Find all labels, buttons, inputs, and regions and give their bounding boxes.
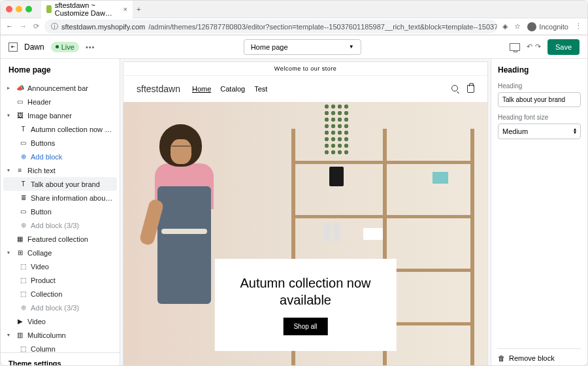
lines-icon: ≣ [19,193,27,202]
trash-icon: 🗑 [498,354,505,362]
sidebar-item-label: Share information about your b… [31,194,113,202]
close-window-icon[interactable] [6,6,12,12]
redo-button[interactable]: ↷ [535,42,541,51]
profile-button[interactable]: Incognito [527,22,568,31]
url-domain: sftestdawn.myshopify.com [61,23,145,31]
sidebar-item-label: Featured collection [27,235,88,243]
sidebar-item-9[interactable]: ▭Button [3,205,117,218]
sidebar-item-13[interactable]: ⬚Video [3,259,117,273]
select-stepper-icon: ▴▾ [574,128,576,135]
minimize-window-icon[interactable] [16,6,22,12]
frame-icon: ⬚ [19,262,27,271]
sidebar-item-5[interactable]: ⊕Add block [3,150,117,163]
sidebar-item-3[interactable]: TAutumn collection now available [3,122,117,136]
sidebar-item-label: Announcement bar [27,84,88,92]
exit-editor-button[interactable]: ⇤ [8,42,18,52]
sidebar-item-19[interactable]: ⬚Column [3,342,117,352]
theme-settings-button[interactable]: Theme settings [1,352,120,366]
address-bar[interactable]: ⓘ sftestdawn.myshopify.com/admin/themes/… [44,20,497,33]
chevron-icon [7,318,12,324]
sidebar-item-label: Video [31,263,49,271]
sidebar-item-0[interactable]: ▸📣Announcement bar [3,81,117,95]
hero-button[interactable]: Shop all [283,318,327,335]
sidebar-item-label: Autumn collection now available [31,125,113,133]
btn-icon: ▭ [19,207,27,216]
forward-button: → [20,22,27,31]
sidebar-item-label: Collage [27,249,52,257]
extension-icon[interactable]: ◈ [502,22,508,31]
remove-block-button[interactable]: 🗑 Remove block [498,348,581,366]
sidebar-item-label: Product [31,276,56,284]
sidebar-item-14[interactable]: ⬚Product [3,273,117,287]
store-name: sftestdawn [137,84,180,94]
header-icon: ▭ [16,97,24,106]
sidebar-item-label: Rich text [27,167,56,175]
collage-icon: ⊞ [16,248,24,257]
nav-link-test[interactable]: Test [254,85,267,93]
sidebar-item-12[interactable]: ▾⊞Collage [3,246,117,259]
sidebar-item-18[interactable]: ▾▥Multicolumn [3,328,117,342]
new-tab-button[interactable]: + [137,5,140,13]
frame-icon: ⬚ [19,344,27,352]
cart-icon[interactable] [467,85,474,93]
maximize-window-icon[interactable] [25,6,32,12]
sidebar-item-label: Button [31,208,52,216]
sidebar-item-11[interactable]: ▦Featured collection [3,232,117,246]
remove-block-label: Remove block [509,354,555,362]
chevron-icon [7,99,12,105]
font-size-select[interactable]: Medium ▴▾ [498,124,581,139]
image-icon: 🖼 [16,111,24,120]
sidebar-title: Home page [1,59,120,81]
sidebar-item-label: Collection [31,290,62,298]
cols-icon: ▥ [16,331,24,339]
collection-icon: ▦ [16,235,24,243]
sidebar-item-8[interactable]: ≣Share information about your b… [3,191,117,205]
bookmark-icon[interactable]: ☆ [514,22,521,31]
close-tab-icon[interactable]: × [123,5,127,13]
T-icon: T [19,180,27,188]
megaphone-icon: 📣 [16,84,24,92]
chevron-icon: ▸ [7,85,12,91]
reload-button[interactable]: ⟳ [33,22,39,31]
sidebar-item-1[interactable]: ▭Header [3,95,117,108]
sidebar-item-10[interactable]: ⊕Add block (3/3) [3,218,117,232]
text-icon: ≡ [16,166,24,175]
sidebar-item-label: Image banner [27,112,72,120]
nav-link-catalog[interactable]: Catalog [220,85,245,93]
site-info-icon[interactable]: ⓘ [51,22,58,31]
browser-tab[interactable]: sftestdawn ~ Customize Daw… × [41,0,133,20]
search-icon[interactable] [451,85,458,92]
page-selector[interactable]: Home page ▼ [244,39,361,55]
sidebar-item-2[interactable]: ▾🖼Image banner [3,108,117,122]
heading-input[interactable] [498,92,581,107]
+-icon: ⊕ [19,303,27,312]
hero-heading: Autumn collection now available [238,274,373,308]
sidebar-item-4[interactable]: ▭Buttons [3,136,117,150]
chevron-icon: ▾ [7,250,12,256]
sidebar-item-7[interactable]: TTalk about your brand [3,177,117,191]
nav-link-home[interactable]: Home [192,85,211,93]
more-actions-button[interactable]: ••• [86,43,95,51]
sidebar-item-15[interactable]: ⬚Collection [3,287,117,301]
sidebar-item-17[interactable]: ▶Video [3,314,117,328]
heading-field-label: Heading [498,82,581,90]
viewport-selector[interactable] [510,43,520,51]
announcement-bar: Welcome to our store [123,62,487,76]
frame-icon: ⬚ [19,276,27,284]
play-icon: ▶ [16,317,24,325]
sidebar-item-label: Multicolumn [27,331,66,339]
frame-icon: ⬚ [19,290,27,298]
tab-title: sftestdawn ~ Customize Daw… [55,1,120,17]
window-controls[interactable] [6,6,32,12]
menu-icon[interactable]: ⋮ [575,22,582,31]
live-dot-icon [56,45,59,48]
sidebar-item-16[interactable]: ⊕Add block (3/3) [3,301,117,314]
preview-canvas: Welcome to our store sftestdawn HomeCata… [120,59,491,366]
sidebar-item-label: Buttons [31,139,55,147]
sidebar-item-label: Add block (3/3) [31,304,79,312]
save-button[interactable]: Save [547,39,580,55]
undo-button[interactable]: ↶ [527,42,532,51]
live-badge: Live [51,42,79,52]
sidebar-item-6[interactable]: ▾≡Rich text [3,163,117,177]
back-button[interactable]: ← [6,22,13,31]
